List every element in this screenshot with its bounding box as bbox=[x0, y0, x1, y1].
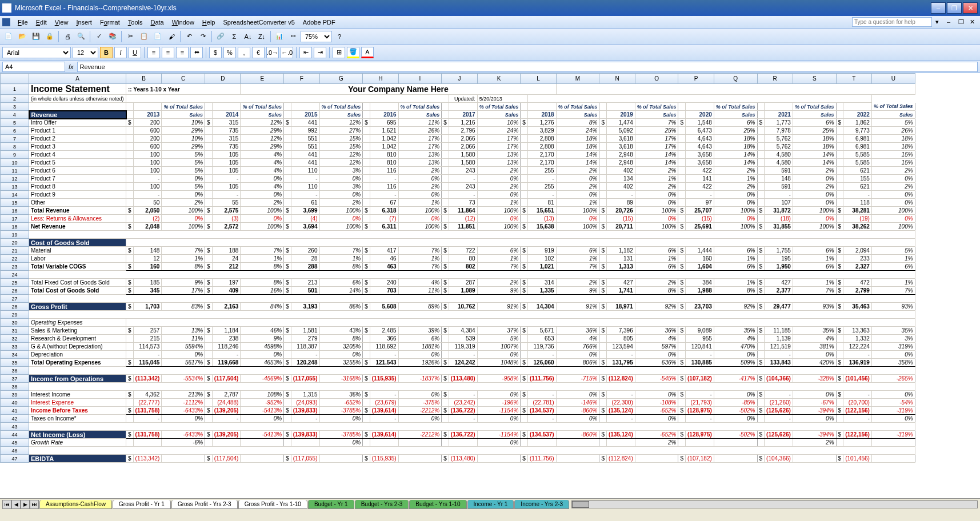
cell[interactable]: 12 bbox=[133, 255, 162, 263]
cell[interactable]: 9,089 bbox=[686, 327, 714, 335]
row-label[interactable]: Less: Returns & Allowances bbox=[29, 215, 126, 223]
cell[interactable]: 6% bbox=[319, 279, 363, 287]
cell[interactable]: 1% bbox=[635, 255, 678, 263]
cell[interactable] bbox=[599, 343, 607, 351]
cell[interactable]: (122,156) bbox=[843, 431, 872, 439]
tab-prev-button[interactable]: ◀ bbox=[11, 500, 21, 509]
cell[interactable] bbox=[836, 255, 843, 263]
cell[interactable]: 243 bbox=[449, 183, 477, 191]
cell[interactable]: 100% bbox=[319, 207, 363, 215]
cell[interactable]: 1,042 bbox=[370, 135, 398, 143]
cell[interactable]: 14% bbox=[714, 159, 757, 167]
cell[interactable] bbox=[836, 175, 843, 183]
cell[interactable]: (125,626) bbox=[765, 407, 793, 415]
cell[interactable]: (111,756) bbox=[527, 375, 556, 383]
cell[interactable]: 18% bbox=[714, 143, 757, 151]
cell[interactable]: 2,948 bbox=[606, 151, 635, 159]
cell[interactable] bbox=[284, 183, 291, 191]
section-label[interactable]: Cost of Goods Sold bbox=[29, 239, 126, 247]
cell[interactable]: 0% bbox=[714, 351, 757, 359]
col-header[interactable]: G bbox=[319, 74, 363, 84]
cell[interactable] bbox=[521, 343, 528, 351]
cell[interactable] bbox=[363, 127, 370, 135]
cell[interactable]: $ bbox=[442, 303, 449, 311]
sheet-tab[interactable]: Income - Yrs 2-3 bbox=[514, 500, 569, 509]
cell[interactable]: $ bbox=[836, 119, 843, 127]
cell[interactable]: 0% bbox=[871, 175, 915, 183]
row-header[interactable]: 32 bbox=[1, 335, 29, 343]
cell[interactable]: 134 bbox=[606, 175, 635, 183]
cell[interactable] bbox=[757, 335, 765, 343]
cell[interactable]: (135,124) bbox=[606, 407, 635, 415]
cell[interactable] bbox=[442, 143, 449, 151]
col-header[interactable]: L bbox=[521, 74, 556, 84]
cell[interactable]: $ bbox=[126, 247, 134, 255]
cell[interactable]: 118 bbox=[843, 199, 872, 207]
cell[interactable]: $ bbox=[363, 455, 370, 463]
row-label[interactable]: Taxes on Income* bbox=[29, 415, 126, 423]
cell[interactable]: - bbox=[606, 415, 635, 423]
cell[interactable]: 17% bbox=[477, 135, 521, 143]
cell[interactable]: 43% bbox=[319, 327, 363, 335]
cell[interactable]: 2% bbox=[635, 439, 678, 447]
cell[interactable]: $ bbox=[678, 391, 686, 399]
cell[interactable]: -1154% bbox=[477, 407, 521, 415]
cell[interactable] bbox=[521, 167, 528, 175]
row-header[interactable]: 26 bbox=[1, 287, 29, 295]
cell[interactable]: $ bbox=[284, 375, 291, 383]
cell[interactable]: 27% bbox=[319, 127, 363, 135]
cell[interactable]: $ bbox=[599, 287, 607, 295]
cell[interactable]: 6% bbox=[793, 247, 836, 255]
cell[interactable]: 3,694 bbox=[291, 223, 319, 231]
cell[interactable]: 2% bbox=[714, 167, 757, 175]
cell[interactable]: $ bbox=[442, 287, 449, 295]
cell[interactable]: (136,722) bbox=[449, 407, 477, 415]
cell[interactable]: 0% bbox=[556, 191, 599, 199]
cell[interactable]: (21,260) bbox=[765, 399, 793, 407]
cell[interactable]: 17% bbox=[635, 143, 678, 151]
cell[interactable]: - bbox=[133, 191, 162, 199]
excel-icon[interactable] bbox=[2, 18, 10, 26]
cell[interactable]: 100 bbox=[133, 159, 162, 167]
cell[interactable]: - bbox=[765, 351, 793, 359]
cell[interactable] bbox=[599, 335, 607, 343]
cell[interactable]: 4% bbox=[398, 279, 442, 287]
cell[interactable] bbox=[678, 191, 686, 199]
cell[interactable]: 7% bbox=[793, 287, 836, 295]
cell[interactable]: (134,537) bbox=[527, 431, 556, 439]
cell[interactable]: $ bbox=[757, 263, 765, 271]
row-label[interactable]: Product 2 bbox=[29, 135, 126, 143]
font-name-select[interactable]: Arial bbox=[2, 47, 71, 58]
cell[interactable]: 441 bbox=[291, 151, 319, 159]
cell[interactable]: 2% bbox=[477, 279, 521, 287]
cell[interactable]: 1% bbox=[477, 255, 521, 263]
cell[interactable]: - bbox=[527, 351, 556, 359]
cell[interactable]: $ bbox=[521, 279, 528, 287]
cell[interactable] bbox=[599, 167, 607, 175]
cell[interactable]: -3785% bbox=[319, 431, 363, 439]
cell[interactable] bbox=[757, 143, 765, 151]
cell[interactable] bbox=[599, 255, 607, 263]
cell[interactable] bbox=[678, 135, 686, 143]
cell[interactable]: 4% bbox=[635, 335, 678, 343]
cell[interactable]: 6% bbox=[714, 119, 757, 127]
cell[interactable]: $ bbox=[205, 431, 213, 439]
cell[interactable]: -5413% bbox=[241, 431, 284, 439]
cell[interactable] bbox=[363, 151, 370, 159]
cell[interactable]: 1,315 bbox=[291, 391, 319, 399]
cell[interactable]: - bbox=[606, 191, 635, 199]
row-label[interactable]: Net Income (Loss) bbox=[29, 431, 126, 439]
cell[interactable] bbox=[678, 415, 686, 423]
cell[interactable]: 636% bbox=[635, 359, 678, 367]
cell[interactable]: -952% bbox=[241, 399, 284, 407]
new-icon[interactable]: 📄 bbox=[2, 30, 15, 43]
cell[interactable]: $ bbox=[521, 391, 528, 399]
cell[interactable]: 100 bbox=[133, 151, 162, 159]
cell[interactable]: (131,758) bbox=[133, 407, 162, 415]
cell[interactable]: -715% bbox=[556, 375, 599, 383]
cell[interactable]: $ bbox=[678, 431, 686, 439]
cell[interactable] bbox=[678, 143, 686, 151]
cell[interactable]: 83% bbox=[162, 303, 205, 311]
cell[interactable]: 38,281 bbox=[843, 207, 872, 215]
cell[interactable]: 20,711 bbox=[606, 223, 635, 231]
